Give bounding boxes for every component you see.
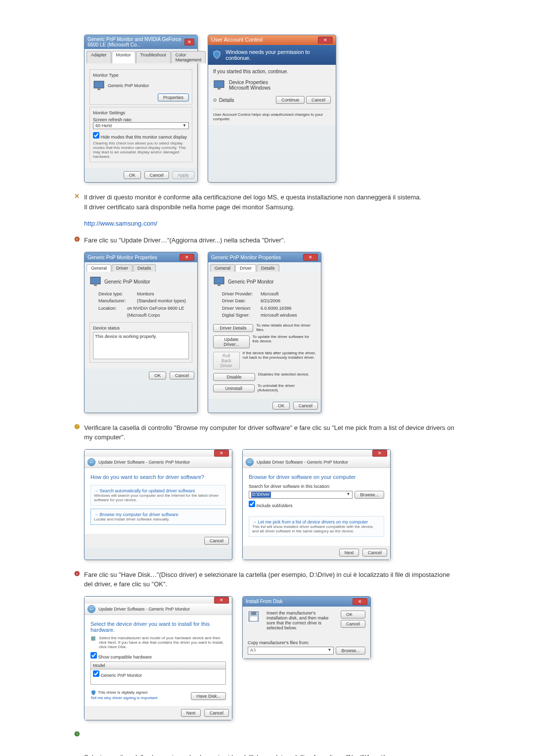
copy-path-combo[interactable]: A:\ ▼ xyxy=(248,647,334,655)
cancel-button[interactable]: Cancel xyxy=(362,549,387,557)
cancel-button[interactable]: Cancel xyxy=(170,372,194,379)
uac-footer: User Account Control helps stop unauthor… xyxy=(213,109,331,121)
uac-device-properties: Device Properties xyxy=(229,80,270,85)
monitor-icon xyxy=(213,276,225,287)
step7-text: Verificare la casella di controllo "Brow… xyxy=(84,423,460,442)
props-name: Generic PnP Monitor xyxy=(104,279,150,284)
model-item[interactable]: Generic PnP Monitor xyxy=(91,669,225,684)
properties-button[interactable]: Properties xyxy=(158,94,189,101)
driver-details-button[interactable]: Driver Details xyxy=(213,324,253,332)
uninstall-button[interactable]: Uninstall xyxy=(213,384,255,392)
ok-button[interactable]: OK xyxy=(149,372,166,379)
tab-general[interactable]: General xyxy=(210,264,235,272)
install-from-disk-dialog: Install From Disk ✕ Insert the manufactu… xyxy=(242,596,371,659)
uac-title-bar: User Account Control ✕ xyxy=(208,35,336,45)
copy-from-label: Copy manufacturer's files from: xyxy=(248,640,365,645)
disable-button[interactable]: Disable xyxy=(213,373,255,381)
cancel-button[interactable]: Cancel xyxy=(306,96,331,104)
svg-rect-2 xyxy=(214,81,224,88)
continue-button[interactable]: Continue xyxy=(276,96,305,104)
dialog-tabs: Adapter Monitor Troubleshoot Color Manag… xyxy=(85,49,197,63)
back-icon[interactable]: ← xyxy=(246,458,254,466)
chevron-down-icon: ▼ xyxy=(347,492,351,498)
tab-details[interactable]: Details xyxy=(133,264,156,272)
samsung-link[interactable]: http://www.samsung.com/ xyxy=(84,220,157,227)
tab-monitor[interactable]: Monitor xyxy=(112,51,135,63)
close-icon[interactable]: ✕ xyxy=(318,37,333,44)
uac-details[interactable]: Details xyxy=(219,97,234,103)
tab-driver[interactable]: Driver xyxy=(112,264,133,272)
model-header: Model xyxy=(91,662,225,669)
tab-troubleshoot[interactable]: Troubleshoot xyxy=(136,51,171,63)
chevron-down-icon: ▼ xyxy=(328,648,332,654)
close-icon[interactable]: ✕ xyxy=(179,254,194,261)
ok-button[interactable]: OK xyxy=(124,171,141,179)
chevron-down-icon[interactable]: ⊙ xyxy=(213,97,217,102)
refresh-rate-label: Screen refresh rate: xyxy=(93,117,189,122)
install-disk-text: Insert the manufacturer's installation d… xyxy=(267,611,337,630)
update-driver-button[interactable]: Update Driver... xyxy=(213,335,250,348)
tab-adapter[interactable]: Adapter xyxy=(87,51,111,63)
close-icon[interactable]: ✕ xyxy=(353,598,367,605)
cancel-button[interactable]: Cancel xyxy=(204,537,229,545)
back-icon[interactable]: ← xyxy=(88,605,95,613)
tab-details[interactable]: Details xyxy=(257,264,279,272)
next-button[interactable]: Next xyxy=(181,709,201,717)
step9-text: Selezionare il modello che corrisponde a… xyxy=(84,753,460,756)
browse-button[interactable]: Browse... xyxy=(355,491,384,499)
let-me-pick-option[interactable]: → Let me pick from a list of device driv… xyxy=(249,516,384,537)
monitor-type-label: Monitor Type xyxy=(93,73,189,78)
uac-headline: Windows needs your permission to contion… xyxy=(225,49,332,61)
have-disk-button[interactable]: Have Disk... xyxy=(191,692,226,700)
uac-headline-bar: Windows needs your permission to contion… xyxy=(208,45,336,65)
refresh-rate-combo[interactable]: 60 Hertz ▼ xyxy=(93,122,189,129)
monitor-settings-dialog: Generic PnP Monitor and NVIDIA GeForce 6… xyxy=(84,35,198,183)
select-device-driver-dialog: ✕ ← Update Driver Software - Generic PnP… xyxy=(84,596,232,720)
close-icon[interactable]: ✕ xyxy=(303,254,318,261)
search-auto-option[interactable]: → Search automatically for updated drive… xyxy=(90,485,226,506)
hide-modes-checkbox[interactable] xyxy=(93,132,99,139)
close-icon[interactable]: ✕ xyxy=(214,597,229,604)
cancel-button[interactable]: Cancel xyxy=(341,620,365,628)
wizard-sub: Select the manufacturer and model of you… xyxy=(99,636,226,649)
cancel-button[interactable]: Cancel xyxy=(293,402,318,410)
back-icon[interactable]: ← xyxy=(88,458,95,466)
step-marker-7: ❼ xyxy=(74,423,81,430)
next-button[interactable]: Next xyxy=(339,549,359,557)
browse-button[interactable]: Browse... xyxy=(336,647,365,655)
ok-button[interactable]: OK xyxy=(272,402,290,410)
cancel-button[interactable]: Cancel xyxy=(204,709,229,717)
note5-line1: Il driver di questo monitor è conforme a… xyxy=(84,193,421,201)
tab-driver[interactable]: Driver xyxy=(235,264,256,272)
chip-icon xyxy=(90,636,96,649)
wizard-crumb: Update Driver Software - Generic PnP Mon… xyxy=(98,607,190,612)
shield-icon xyxy=(90,690,96,696)
props-general-dialog: Generic PnP Monitor Properties ✕ General… xyxy=(84,252,198,413)
shield-icon xyxy=(212,50,222,60)
note-marker: ✕ xyxy=(74,192,81,200)
close-icon[interactable]: ✕ xyxy=(184,39,194,46)
device-status-text: This device is working properly. xyxy=(93,332,189,359)
uac-dialog: User Account Control ✕ Windows needs you… xyxy=(208,35,336,183)
device-status-label: Device status xyxy=(93,326,189,331)
wizard-heading: Browse for driver software on your compu… xyxy=(249,474,384,480)
tab-general[interactable]: General xyxy=(87,264,111,272)
cancel-button[interactable]: Cancel xyxy=(144,171,169,179)
browse-computer-option[interactable]: → Browse my computer for driver software… xyxy=(90,509,226,525)
wizard-heading: Select the device driver you want to ins… xyxy=(90,621,226,633)
props-name: Generic PnP Monitor xyxy=(228,279,274,284)
update-wizard-search: ✕ ← Update Driver Software - Generic PnP… xyxy=(84,449,232,560)
wizard-crumb: Update Driver Software - Generic PnP Mon… xyxy=(257,460,348,465)
show-compatible-checkbox[interactable] xyxy=(90,652,97,659)
include-subfolders-checkbox[interactable] xyxy=(249,501,255,507)
update-wizard-browse: ✕ ← Update Driver Software - Generic PnP… xyxy=(242,449,391,560)
step-marker-6: ❻ xyxy=(74,236,81,243)
svg-rect-6 xyxy=(214,277,224,284)
ok-button[interactable]: OK xyxy=(341,611,365,618)
close-icon[interactable]: ✕ xyxy=(214,450,229,457)
close-icon[interactable]: ✕ xyxy=(372,450,387,457)
props-general-title: Generic PnP Monitor Properties xyxy=(88,255,157,260)
path-combo[interactable]: D:\Driver ▼ xyxy=(249,491,353,499)
why-signing-link[interactable]: Tell me why driver signing is important xyxy=(90,696,157,700)
tab-color-mgmt[interactable]: Color Management xyxy=(171,51,206,63)
